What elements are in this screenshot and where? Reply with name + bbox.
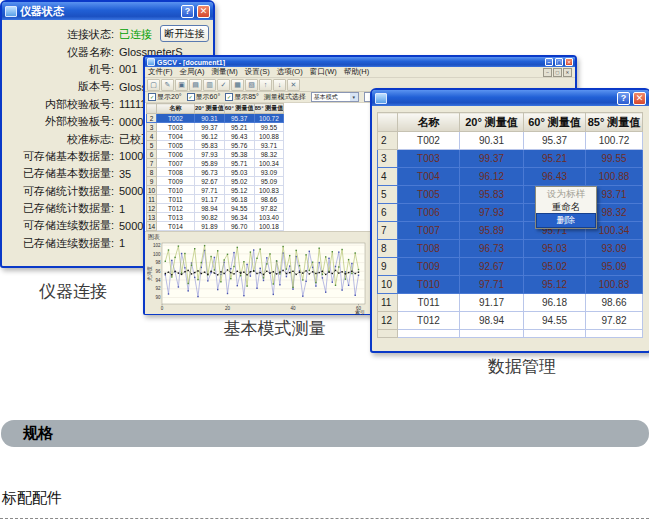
cell-name: T004 (157, 132, 195, 141)
cell-85deg: 99.55 (254, 123, 284, 132)
table-row[interactable]: 5T00595.8395.7693.71 (147, 141, 284, 150)
checkbox-label: 显示20° (157, 92, 182, 102)
table-row[interactable]: 6T00697.9395.3898.32 (147, 150, 284, 159)
cell-85deg: 97.82 (586, 312, 643, 330)
table-row[interactable]: 8T00896.7395.0393.09 (147, 168, 284, 177)
cell-name: T010 (157, 186, 195, 195)
save-icon[interactable]: ▣ (175, 79, 188, 91)
row-number: 4 (378, 168, 398, 186)
context-menu-item[interactable]: 设为标样 (537, 188, 595, 201)
display-checkbox[interactable]: ✓显示20° (148, 92, 182, 102)
field-label: 已存储统计数据量: (2, 201, 114, 216)
caption-data-management: 数据管理 (467, 355, 577, 378)
cell-20deg: 96.73 (195, 168, 225, 177)
menu-item[interactable]: 帮助(H) (344, 67, 369, 77)
header-row: 名称20° 测量值60° 测量值85° 测量值 (147, 104, 284, 114)
table-row[interactable]: 14T01491.8996.70100.18 (147, 222, 284, 231)
close-icon[interactable]: ✕ (197, 5, 210, 18)
row-number: 11 (147, 195, 157, 204)
column-header: 85° 测量值 (254, 104, 284, 114)
table-row[interactable]: 13T01390.8296.34103.40 (147, 213, 284, 222)
table-row[interactable]: 10T01097.7195.12100.83 (378, 276, 643, 294)
table-row[interactable]: 10T01097.7195.12100.83 (147, 186, 284, 195)
measure-check-icon[interactable]: ✓ (217, 79, 230, 91)
table-row[interactable]: 3T00399.3795.2199.55 (147, 123, 284, 132)
table-row[interactable]: 9T00992.6795.0295.09 (147, 177, 284, 186)
table-row[interactable]: 5T00595.8395.7693.71 (378, 186, 643, 204)
field-label: 内部校验板号: (2, 97, 114, 112)
cell-name: T005 (398, 186, 460, 204)
table-row[interactable]: 4T00496.1296.43100.88 (147, 132, 284, 141)
context-menu-item[interactable]: 删除 (537, 214, 595, 227)
gloss-line-chart: 90929496981001020204060光泽度索引 (147, 239, 371, 315)
upload-icon[interactable]: ↑ (259, 79, 272, 91)
download-icon[interactable]: ↓ (273, 79, 286, 91)
context-menu-item[interactable]: 重命名 (537, 201, 595, 214)
help-icon[interactable]: ? (181, 5, 194, 18)
close-icon[interactable]: ✕ (565, 58, 573, 66)
row-number: 3 (378, 150, 398, 168)
table-row[interactable]: 8T00896.7395.0393.09 (378, 240, 643, 258)
print-icon[interactable]: ▥ (203, 79, 216, 91)
row-number: 6 (147, 150, 157, 159)
cell-85deg: 93.09 (254, 168, 284, 177)
minimize-icon[interactable]: ‒ (545, 58, 553, 66)
field-label: 校准标志: (2, 132, 114, 147)
stats-icon[interactable]: ▦ (231, 79, 244, 91)
cell-60deg: 94.55 (524, 312, 586, 330)
close-icon[interactable]: ✕ (563, 68, 572, 77)
context-menu: 设为标样重命名删除 (535, 186, 597, 229)
cell-85deg: 95.09 (254, 177, 284, 186)
cell-85deg: 100.72 (586, 132, 643, 150)
cell-85deg: 98.66 (254, 195, 284, 204)
menu-item[interactable]: 全局(A) (180, 67, 205, 77)
table-row[interactable]: 2T00290.3195.37100.72 (378, 132, 643, 150)
table-row[interactable]: 12T01298.9494.5597.82 (147, 204, 284, 213)
menu-item[interactable]: 选项(O) (277, 67, 303, 77)
row-number: 4 (147, 132, 157, 141)
menu-item[interactable]: 窗口(W) (310, 67, 337, 77)
field-value: 1000 (119, 150, 143, 162)
menu-item[interactable]: 文件(F) (148, 67, 173, 77)
table-row[interactable]: 4T00496.1296.43100.88 (378, 168, 643, 186)
help-icon[interactable]: ? (617, 92, 630, 105)
table-row[interactable]: 3T00399.3795.2199.55 (378, 150, 643, 168)
row-number: 2 (378, 132, 398, 150)
cell-85deg: 95.09 (586, 258, 643, 276)
new-icon[interactable]: ▢ (147, 79, 160, 91)
cell-60deg: 95.12 (224, 186, 254, 195)
table-row[interactable]: 11T01191.1796.1898.66 (147, 195, 284, 204)
close-icon[interactable]: ✕ (633, 92, 646, 105)
maximize-icon[interactable]: ▢ (555, 58, 563, 66)
disconnect-button[interactable]: 断开连接 (160, 25, 209, 42)
cell-20deg: 90.31 (195, 114, 225, 123)
table-row[interactable]: 2T00290.3195.37100.72 (147, 114, 284, 123)
empty-cell (398, 330, 460, 338)
table-row[interactable]: 9T00992.6795.0295.09 (378, 258, 643, 276)
maximize-icon[interactable]: ▢ (553, 68, 562, 77)
table-row[interactable]: 7T00795.8995.71100.34 (378, 222, 643, 240)
cell-name: T006 (398, 204, 460, 222)
empty-row (378, 330, 643, 338)
cell-85deg: 99.55 (586, 150, 643, 168)
table-row[interactable]: 7T00795.8995.71100.34 (147, 159, 284, 168)
display-checkbox[interactable]: ✓显示60° (187, 92, 221, 102)
display-checkbox[interactable]: ✓显示85° (225, 92, 259, 102)
cell-name: T005 (157, 141, 195, 150)
table-row[interactable]: 12T01298.9494.5597.82 (378, 312, 643, 330)
delete-icon[interactable]: ✕ (287, 79, 300, 91)
open-icon[interactable]: ✎ (161, 79, 174, 91)
chart-icon[interactable]: ▧ (245, 79, 258, 91)
svg-text:94: 94 (155, 278, 161, 283)
row-number: 5 (147, 141, 157, 150)
table-row[interactable]: 6T00697.9395.3898.32 (378, 204, 643, 222)
measurement-app-titlebar: GSCV - [document1] ‒ ▢ ✕ (145, 57, 575, 67)
menu-item[interactable]: 测量(M) (212, 67, 238, 77)
menu-item[interactable]: 设置(S) (245, 67, 270, 77)
minimize-icon[interactable]: ‒ (543, 68, 552, 77)
cell-name: T008 (398, 240, 460, 258)
export-icon[interactable]: ▤ (189, 79, 202, 91)
mode-combobox[interactable]: 基本模式 ▾ (311, 92, 359, 102)
window-icon (5, 6, 17, 17)
table-row[interactable]: 11T01191.1796.1898.66 (378, 294, 643, 312)
